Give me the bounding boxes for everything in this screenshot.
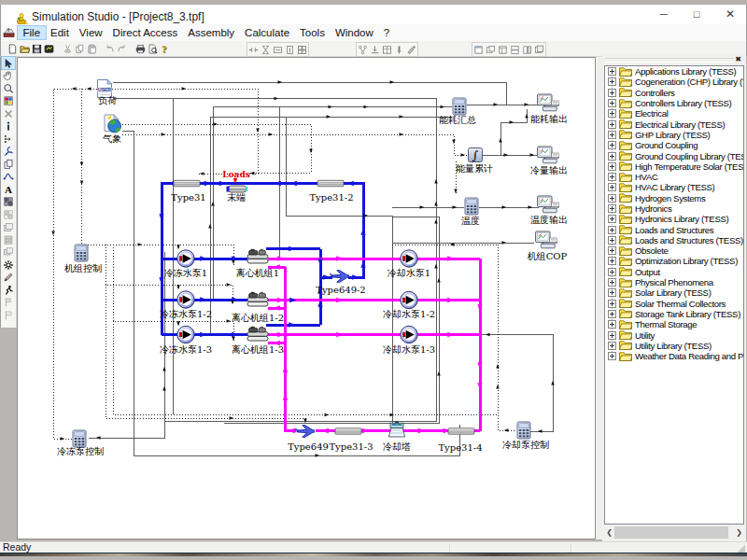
tool-info[interactable] (2, 120, 15, 133)
temperature-icon[interactable] (465, 198, 478, 215)
component-cw-pump-ctrl[interactable]: 冷却泵控制 (502, 422, 549, 450)
zoom-out-page-button[interactable] (273, 44, 284, 55)
chw-pump-1-icon[interactable] (177, 250, 194, 267)
print-button[interactable] (134, 43, 146, 54)
chiller-3-icon[interactable] (247, 327, 268, 341)
component-energy-acc[interactable]: 能量累计 (456, 148, 493, 175)
expand-icon[interactable] (608, 89, 616, 97)
window-3-button[interactable] (498, 44, 509, 55)
expand-icon[interactable] (608, 131, 616, 139)
expand-icon[interactable] (608, 204, 616, 213)
tool-layers[interactable] (2, 221, 15, 233)
expand-icon[interactable] (608, 288, 616, 297)
expand-icon[interactable] (608, 152, 616, 161)
temp-out-icon[interactable] (538, 196, 559, 213)
close-button[interactable]: ✕ (714, 5, 746, 24)
expand-icon[interactable] (608, 183, 616, 191)
tree-item-weather-data-reading-and-process[interactable]: Weather Data Reading and Process (605, 351, 743, 361)
tool-connect[interactable] (2, 133, 15, 145)
expand-icon[interactable] (608, 300, 616, 308)
component-weather[interactable]: 气象 (103, 115, 121, 144)
link-tool-button[interactable] (358, 44, 369, 55)
window-2-button[interactable] (486, 44, 497, 55)
chw-pump-2-icon[interactable] (177, 291, 194, 308)
tool-delete[interactable] (2, 107, 15, 119)
cw-pump-ctrl-icon[interactable] (517, 422, 530, 439)
pin-tool-button[interactable] (394, 44, 405, 55)
panel-close-icon[interactable]: ✖ (733, 54, 743, 64)
tool-settings[interactable] (2, 259, 15, 271)
project-canvas[interactable]: ∫ USER 负荷气象Type31末端LoadsType31-2能耗汇总能耗输出… (17, 57, 596, 539)
window-6-button[interactable] (534, 44, 545, 55)
expand-icon[interactable] (608, 141, 616, 149)
menu-file[interactable]: File (18, 26, 46, 39)
expand-icon[interactable] (608, 215, 616, 223)
component-cw-pump-2[interactable]: 冷却水泵1-2 (383, 291, 435, 319)
unit-control-icon[interactable] (75, 245, 88, 261)
menu-calculate[interactable]: Calculate (240, 26, 295, 39)
print-preview-button[interactable] (147, 43, 158, 54)
redo-button[interactable] (117, 43, 128, 54)
menu-direct-access[interactable]: Direct Access (107, 26, 183, 39)
chiller-2-icon[interactable] (247, 292, 268, 306)
pipe-type31-2-icon[interactable] (317, 180, 344, 186)
expand-icon[interactable] (608, 162, 616, 171)
zoom-page-button[interactable] (285, 44, 296, 55)
expand-icon[interactable] (608, 331, 616, 340)
download-tool-button[interactable] (370, 44, 381, 55)
tool-pan[interactable] (2, 70, 15, 82)
fit-vertical-button[interactable] (261, 44, 272, 55)
energy-acc-icon[interactable] (469, 148, 483, 162)
tool-text[interactable]: A (2, 183, 15, 195)
window-1-button[interactable] (473, 44, 485, 55)
cw-pump-2-icon[interactable] (401, 291, 417, 308)
component-terminal[interactable]: 末端Loads (222, 170, 250, 203)
save-button[interactable] (32, 43, 43, 54)
unit-cop-icon[interactable] (536, 231, 557, 248)
expand-icon[interactable] (608, 194, 616, 203)
expand-icon[interactable] (608, 77, 616, 86)
menu-window[interactable]: Window (330, 26, 378, 39)
tool-palette[interactable] (2, 95, 15, 107)
scroll-left-icon[interactable]: ❮ (604, 526, 614, 539)
component-unit-control[interactable]: 机组控制 (64, 245, 102, 273)
cooling-tower-icon[interactable] (388, 422, 404, 437)
component-chw-pump-2[interactable]: 冷冻水泵1-2 (160, 291, 212, 319)
expand-icon[interactable] (608, 99, 616, 107)
pipe-type31-3-icon[interactable] (335, 428, 361, 434)
tool-run[interactable] (2, 284, 15, 296)
component-chw-pump-3[interactable]: 冷冻水泵1-3 (160, 326, 212, 355)
scrollbar-thumb[interactable] (614, 526, 728, 539)
fit-horizontal-button[interactable] (248, 44, 260, 55)
menu-edit[interactable]: Edit (46, 26, 75, 39)
diverter-649-icon[interactable] (295, 426, 315, 438)
expand-icon[interactable] (608, 236, 616, 245)
component-cw-pump-3[interactable]: 冷却水泵1-3 (383, 326, 435, 355)
menu-help[interactable]: ? (378, 26, 394, 39)
component-chiller-1[interactable]: 离心机组1 (236, 249, 279, 278)
pipe-type31-4-icon[interactable] (448, 428, 474, 434)
chiller-1-icon[interactable] (247, 249, 268, 263)
component-energy-sum[interactable]: 能耗汇总 (439, 98, 476, 125)
energy-out-icon[interactable] (538, 94, 559, 111)
expand-icon[interactable] (608, 352, 616, 360)
menu-view[interactable]: View (74, 26, 107, 39)
component-diverter-649-2[interactable]: Type649-2 (316, 271, 365, 295)
tool-grid-a[interactable] (2, 196, 15, 208)
zoom-grid-button[interactable] (297, 44, 308, 55)
tool-flag-a[interactable] (2, 297, 15, 309)
expand-icon[interactable] (608, 257, 616, 265)
component-temp-out[interactable]: 温度输出 (530, 196, 568, 225)
tool-grid-b[interactable] (2, 208, 15, 220)
energy-sum-icon[interactable] (453, 98, 466, 115)
table-tool-button[interactable] (382, 44, 393, 55)
window-4-button[interactable] (510, 44, 521, 55)
diverter-649-2-icon[interactable] (330, 271, 349, 283)
minimize-button[interactable]: ─ (648, 5, 680, 24)
expand-icon[interactable] (608, 278, 616, 287)
component-chw-pump-ctrl[interactable]: 冷冻泵控制 (57, 430, 104, 456)
expand-icon[interactable] (608, 226, 616, 234)
component-unit-cop[interactable]: 机组COP (528, 231, 568, 261)
tool-flag-b[interactable] (2, 309, 15, 321)
cut-button[interactable] (62, 43, 73, 54)
